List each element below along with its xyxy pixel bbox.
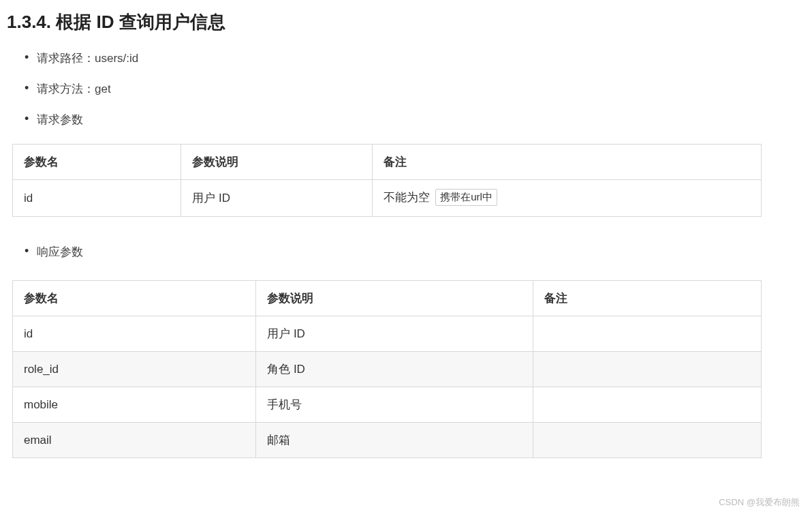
table-row: email 邮箱	[13, 423, 762, 458]
param-name-cell: role_id	[13, 352, 256, 387]
table-header-cell: 参数说明	[256, 281, 533, 316]
table-header-cell: 参数名	[13, 281, 256, 316]
table-row: mobile 手机号	[13, 387, 762, 423]
remark-badge: 携带在url中	[435, 189, 497, 206]
param-name-cell: mobile	[13, 387, 256, 423]
param-desc-cell: 邮箱	[256, 423, 533, 458]
param-remark-cell	[533, 352, 761, 387]
param-remark-cell: 不能为空 携带在url中	[372, 180, 762, 217]
table-header-cell: 备注	[533, 281, 761, 316]
table-header-cell: 参数说明	[181, 145, 372, 180]
remark-text: 不能为空	[384, 191, 430, 204]
param-name-cell: id	[13, 316, 256, 352]
section-heading: 1.3.4. 根据 ID 查询用户信息	[7, 10, 805, 34]
param-desc-cell: 用户 ID	[256, 316, 533, 352]
list-item: 请求路径：users/:id	[25, 50, 805, 66]
list-item: 响应参数	[25, 244, 805, 260]
param-desc-cell: 用户 ID	[181, 180, 372, 217]
param-remark-cell	[533, 423, 761, 458]
request-info-list: 请求路径：users/:id 请求方法：get 请求参数	[7, 50, 805, 127]
table-header-cell: 参数名	[13, 145, 181, 180]
list-item: 请求方法：get	[25, 81, 805, 97]
table-row: id 用户 ID	[13, 316, 762, 352]
table-row: role_id 角色 ID	[13, 352, 762, 387]
table-row: id 用户 ID 不能为空 携带在url中	[13, 180, 762, 217]
response-info-list: 响应参数	[7, 244, 805, 260]
param-desc-cell: 手机号	[256, 387, 533, 423]
param-name-cell: email	[13, 423, 256, 458]
param-desc-cell: 角色 ID	[256, 352, 533, 387]
param-remark-cell	[533, 387, 761, 423]
list-item: 请求参数	[25, 112, 805, 127]
table-header-row: 参数名 参数说明 备注	[13, 281, 762, 316]
param-remark-cell	[533, 316, 761, 352]
request-params-table: 参数名 参数说明 备注 id 用户 ID 不能为空 携带在url中	[12, 144, 762, 217]
table-header-cell: 备注	[372, 145, 762, 180]
response-params-table: 参数名 参数说明 备注 id 用户 ID role_id 角色 ID mobil…	[12, 280, 762, 458]
table-header-row: 参数名 参数说明 备注	[13, 145, 762, 180]
param-name-cell: id	[13, 180, 181, 217]
